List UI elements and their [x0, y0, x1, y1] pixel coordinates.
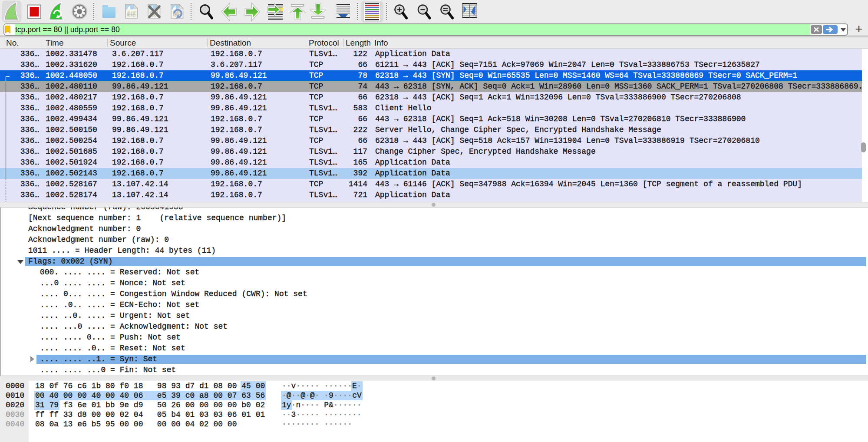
svg-text:01012: 01012 [127, 14, 136, 17]
